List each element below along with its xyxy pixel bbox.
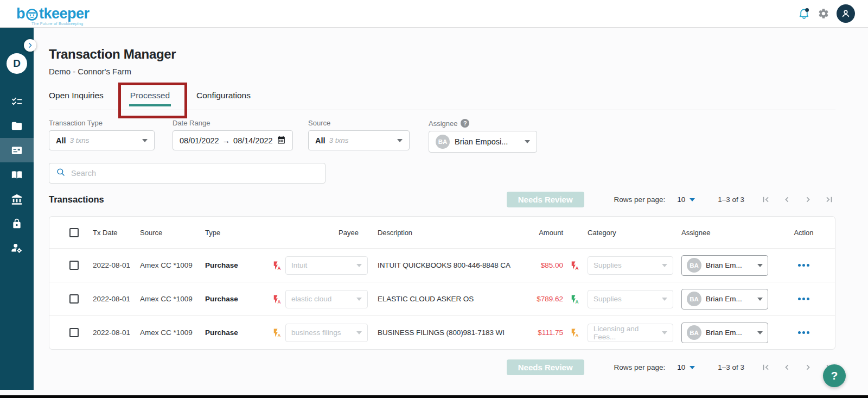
pagination-controls — [751, 361, 835, 374]
first-page-icon[interactable] — [760, 193, 772, 206]
transaction-type-select[interactable]: All 3 txns — [49, 130, 155, 150]
assignee-select[interactable]: BA Brian Em... — [681, 323, 768, 343]
prev-page-icon[interactable] — [781, 193, 793, 206]
sidebar-expand-button[interactable] — [24, 39, 36, 52]
sidebar-client-avatar[interactable]: D — [7, 53, 27, 74]
select-all-checkbox[interactable] — [69, 228, 79, 237]
date-arrow: → — [222, 136, 231, 145]
chevron-down-icon — [142, 139, 148, 142]
assignee-select[interactable]: BA Brian Em... — [681, 255, 768, 276]
payee-select[interactable]: business filings — [285, 324, 368, 342]
first-page-icon[interactable] — [760, 361, 772, 374]
tx-date: 2022-08-01 — [93, 295, 140, 303]
date-range-input[interactable]: 08/01/2022 → 08/14/2022 — [173, 130, 293, 150]
bank-icon — [11, 193, 23, 205]
chevron-right-icon — [27, 42, 34, 49]
sidebar-item-tasks[interactable] — [0, 89, 34, 113]
user-gear-icon — [11, 242, 23, 254]
row-checkbox[interactable] — [69, 328, 79, 337]
pagination-controls — [751, 193, 835, 206]
row-actions-menu-icon[interactable] — [798, 298, 809, 300]
tab-open-inquiries[interactable]: Open Inquiries — [49, 91, 104, 102]
transactions-heading: Transactions — [49, 194, 104, 205]
filters-row: Transaction Type All 3 txns Date Range 0… — [49, 119, 835, 153]
main-content: Transaction Manager Demo - Connor's Farm… — [34, 28, 868, 395]
row-actions-menu-icon[interactable] — [798, 264, 809, 267]
tab-bar: Open Inquiries Processed Configurations — [49, 91, 835, 102]
last-page-icon[interactable] — [823, 193, 835, 206]
needs-review-button[interactable]: Needs Review — [507, 192, 584, 207]
flash-auto-icon: A — [570, 328, 579, 338]
next-page-icon[interactable] — [802, 193, 814, 206]
search-box — [49, 163, 326, 184]
sidebar-item-books[interactable] — [0, 162, 34, 187]
assignee-avatar: BA — [687, 325, 701, 340]
flash-auto-icon: A — [272, 328, 282, 338]
sidebar: D — [0, 28, 34, 390]
category-select[interactable]: Supplies — [588, 290, 673, 308]
notifications-bell-icon[interactable] — [797, 7, 810, 20]
date-range-label: Date Range — [173, 119, 293, 127]
book-icon — [11, 169, 23, 181]
row-actions-menu-icon[interactable] — [798, 331, 809, 334]
assignee-select[interactable]: BA Brian Em... — [681, 289, 768, 309]
rows-per-page-select[interactable]: 10 — [677, 363, 695, 371]
pagination-range: 1–3 of 3 — [718, 363, 744, 371]
column-header-action: Action — [773, 229, 835, 237]
tab-processed[interactable]: Processed — [130, 91, 170, 102]
next-page-icon[interactable] — [802, 361, 814, 374]
svg-text:A: A — [278, 333, 281, 338]
payee-select[interactable]: Intuit — [285, 256, 368, 275]
row-checkbox[interactable] — [69, 294, 79, 304]
search-input[interactable] — [71, 169, 318, 178]
botkeeper-logo[interactable]: b tkeeper The Future of Bookkeeping — [16, 7, 90, 21]
category-select[interactable]: Licensing and Fees... — [588, 324, 673, 342]
list-controls-top: Transactions Needs Review Rows per page:… — [49, 191, 835, 208]
folder-icon — [11, 120, 23, 132]
rows-per-page-select[interactable]: 10 — [677, 195, 695, 204]
tx-source: Amex CC *1009 — [140, 295, 205, 303]
table-row: 2022-08-01 Amex CC *1009 Purchase A busi… — [49, 315, 835, 349]
source-select[interactable]: All 3 txns — [308, 130, 410, 150]
chevron-down-icon — [662, 264, 667, 267]
robot-face-icon — [25, 8, 39, 21]
calendar-icon — [277, 135, 286, 146]
chevron-down-icon — [690, 198, 695, 201]
help-button[interactable]: ? — [823, 364, 846, 387]
assignee-avatar: BA — [687, 258, 701, 273]
tx-type: Purchase — [205, 328, 272, 337]
row-checkbox[interactable] — [69, 261, 79, 270]
tx-date: 2022-08-01 — [93, 328, 140, 337]
prev-page-icon[interactable] — [781, 361, 793, 374]
chevron-down-icon — [757, 298, 763, 301]
assignee-help-icon[interactable]: ? — [461, 119, 469, 128]
tab-configurations[interactable]: Configurations — [196, 91, 251, 102]
date-start: 08/01/2022 — [180, 136, 219, 145]
assignee-select[interactable]: BA Brian Emposi... — [429, 131, 537, 153]
svg-text:A: A — [278, 266, 281, 270]
category-select[interactable]: Supplies — [588, 256, 673, 275]
account-avatar-icon[interactable] — [837, 4, 855, 23]
settings-gear-icon[interactable] — [818, 8, 829, 20]
assignee-avatar: BA — [436, 135, 450, 149]
tx-type: Purchase — [205, 295, 272, 303]
sidebar-item-security[interactable] — [0, 211, 34, 236]
logo-tagline: The Future of Bookkeeping — [31, 22, 83, 26]
payee-select[interactable]: elastic cloud — [285, 290, 368, 308]
sidebar-item-documents[interactable] — [0, 113, 34, 138]
sidebar-item-user-management[interactable] — [0, 236, 34, 260]
tx-source: Amex CC *1009 — [140, 328, 205, 337]
checklist-icon — [11, 96, 23, 108]
table-header-row: Tx Date Source Type Payee Description Am… — [49, 217, 835, 248]
tx-amount: $789.62 — [525, 295, 563, 303]
svg-text:A: A — [278, 299, 281, 304]
sidebar-item-banking[interactable] — [0, 187, 34, 211]
svg-text:A: A — [576, 266, 579, 270]
needs-review-button[interactable]: Needs Review — [507, 359, 584, 375]
chevron-down-icon — [662, 298, 667, 301]
sidebar-item-transaction-manager[interactable] — [0, 138, 34, 162]
chevron-down-icon — [397, 139, 403, 142]
column-header-amount: Amount — [525, 229, 563, 237]
chevron-down-icon — [690, 366, 695, 369]
tx-description: INTUIT QUICKBOOKS 800-446-8848 CA — [378, 261, 525, 269]
